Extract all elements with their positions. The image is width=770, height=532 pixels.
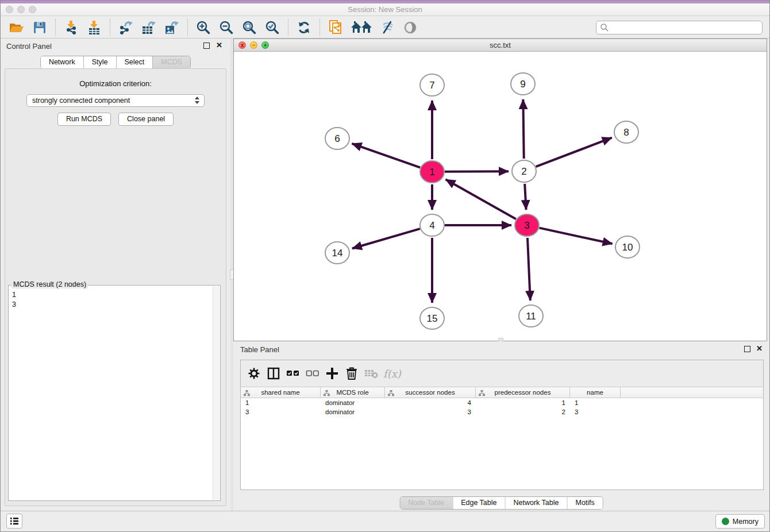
graph-edge-2-8[interactable] bbox=[536, 138, 612, 167]
tab-edge-table[interactable]: Edge Table bbox=[453, 497, 505, 509]
cell-predecessor-nodes[interactable]: 1 bbox=[476, 398, 570, 407]
new-network-from-selection-icon[interactable] bbox=[326, 18, 345, 37]
cell-successor-nodes[interactable]: 3 bbox=[385, 407, 476, 417]
graph-edge-3-10[interactable] bbox=[539, 228, 612, 244]
cell-name[interactable]: 1 bbox=[570, 398, 621, 407]
window-minimize-icon[interactable] bbox=[17, 6, 25, 13]
cell-name[interactable]: 3 bbox=[570, 407, 621, 417]
export-table-icon[interactable] bbox=[139, 18, 159, 37]
graph-edge-1-6[interactable] bbox=[352, 144, 420, 168]
chevron-up-down-icon bbox=[195, 97, 200, 106]
delete-icon[interactable] bbox=[343, 365, 360, 382]
optimization-criterion-dropdown[interactable]: strongly connected component bbox=[26, 94, 205, 107]
graph-edge-3-1[interactable] bbox=[446, 179, 516, 219]
show-all-icon[interactable] bbox=[401, 18, 420, 37]
columns-icon[interactable] bbox=[265, 365, 282, 382]
import-table-icon[interactable] bbox=[84, 18, 104, 37]
window-title: Session: New Session bbox=[1, 3, 769, 16]
graph-node-8[interactable]: 8 bbox=[614, 121, 638, 143]
graph-node-2[interactable]: 2 bbox=[512, 160, 536, 182]
tab-network-table[interactable]: Network Table bbox=[506, 497, 568, 509]
export-image-icon[interactable] bbox=[162, 18, 182, 37]
cell-MCDS-role[interactable]: dominator bbox=[321, 407, 385, 417]
close-panel-button[interactable]: Close panel bbox=[118, 113, 174, 126]
hide-selected-icon[interactable] bbox=[378, 18, 397, 37]
column-header-successor-nodes[interactable]: successor nodes bbox=[385, 387, 476, 398]
network-window-titlebar[interactable]: x − + scc.txt bbox=[234, 39, 767, 52]
delete-table-icon[interactable] bbox=[363, 365, 380, 382]
select-all-columns-icon[interactable] bbox=[284, 365, 302, 382]
first-neighbors-icon[interactable] bbox=[349, 18, 374, 37]
zoom-out-icon[interactable] bbox=[217, 18, 236, 37]
add-icon[interactable] bbox=[324, 365, 341, 382]
function-builder-icon[interactable]: f(x) bbox=[383, 368, 401, 380]
refresh-icon[interactable] bbox=[294, 18, 314, 37]
mcds-result-text[interactable]: 1 3 bbox=[12, 290, 211, 498]
save-session-icon[interactable] bbox=[30, 18, 49, 37]
tab-motifs[interactable]: Motifs bbox=[567, 497, 602, 509]
svg-text:1: 1 bbox=[429, 167, 434, 178]
graph-node-4[interactable]: 4 bbox=[420, 214, 444, 236]
network-canvas[interactable]: 7968124314101511 bbox=[234, 52, 767, 341]
column-header-predecessor-nodes[interactable]: predecessor nodes bbox=[476, 387, 570, 398]
graph-node-1[interactable]: 1 bbox=[420, 161, 444, 183]
open-file-icon[interactable] bbox=[7, 18, 26, 37]
horizontal-splitter-handle[interactable] bbox=[498, 338, 503, 341]
zoom-in-icon[interactable] bbox=[194, 18, 213, 37]
table-row[interactable]: 3dominator323 bbox=[241, 407, 763, 417]
graph-node-3[interactable]: 3 bbox=[515, 214, 539, 236]
run-mcds-button[interactable]: Run MCDS bbox=[57, 113, 111, 126]
window-close-icon[interactable] bbox=[6, 6, 13, 13]
cell-predecessor-nodes[interactable]: 2 bbox=[476, 407, 570, 417]
column-header-name[interactable]: name bbox=[570, 387, 621, 398]
graph-edge-4-14[interactable] bbox=[352, 229, 420, 248]
cell-shared-name[interactable]: 3 bbox=[241, 407, 321, 417]
graph-node-6[interactable]: 6 bbox=[325, 128, 349, 149]
tab-select[interactable]: Select bbox=[117, 56, 153, 68]
graph-node-7[interactable]: 7 bbox=[420, 74, 444, 96]
memory-button[interactable]: Memory bbox=[715, 514, 765, 529]
tab-style[interactable]: Style bbox=[84, 56, 117, 68]
column-header-MCDS-role[interactable]: MCDS role bbox=[321, 387, 385, 398]
gear-icon[interactable] bbox=[245, 365, 263, 382]
graph-edge-2-9[interactable] bbox=[523, 99, 523, 159]
toolbar-separator bbox=[288, 19, 288, 36]
export-network-icon[interactable] bbox=[116, 18, 136, 37]
graph-edge-3-11[interactable] bbox=[528, 238, 530, 300]
close-table-panel-icon[interactable]: ✕ bbox=[756, 344, 763, 353]
task-history-button[interactable] bbox=[6, 514, 22, 529]
network-minimize-icon[interactable]: − bbox=[250, 41, 257, 49]
tab-mcds[interactable]: MCDS bbox=[153, 56, 190, 68]
table-row[interactable]: 1dominator411 bbox=[241, 398, 763, 407]
network-maximize-icon[interactable]: + bbox=[261, 41, 269, 49]
float-table-panel-icon[interactable] bbox=[744, 346, 750, 352]
graph-node-15[interactable]: 15 bbox=[420, 307, 444, 329]
search-field[interactable] bbox=[596, 21, 763, 34]
window-zoom-icon[interactable] bbox=[29, 6, 36, 13]
cell-shared-name[interactable]: 1 bbox=[241, 398, 321, 407]
graph-node-14[interactable]: 14 bbox=[325, 242, 349, 264]
graph-node-11[interactable]: 11 bbox=[519, 305, 543, 327]
tab-node-table[interactable]: Node Table bbox=[400, 497, 453, 509]
result-scrollbar[interactable] bbox=[213, 286, 220, 500]
svg-text:14: 14 bbox=[332, 248, 343, 259]
graph-node-10[interactable]: 10 bbox=[615, 236, 640, 258]
zoom-selected-icon[interactable] bbox=[263, 18, 282, 37]
memory-label: Memory bbox=[733, 518, 759, 526]
import-network-icon[interactable] bbox=[61, 18, 81, 37]
tab-network[interactable]: Network bbox=[41, 56, 84, 68]
close-panel-icon[interactable]: ✕ bbox=[216, 41, 222, 49]
table-panel-title: Table Panel bbox=[240, 345, 279, 354]
cell-successor-nodes[interactable]: 4 bbox=[385, 398, 476, 407]
cell-MCDS-role[interactable]: dominator bbox=[321, 398, 385, 407]
graph-node-9[interactable]: 9 bbox=[511, 73, 535, 95]
zoom-fit-icon[interactable] bbox=[240, 18, 259, 37]
unselect-all-columns-icon[interactable] bbox=[304, 365, 321, 382]
float-panel-icon[interactable] bbox=[203, 43, 210, 49]
graph-edge-1-2[interactable] bbox=[445, 171, 509, 172]
memory-status-icon bbox=[722, 518, 729, 525]
graph-edge-2-3[interactable] bbox=[525, 184, 526, 210]
column-header-shared-name[interactable]: shared name bbox=[241, 387, 321, 398]
search-input[interactable] bbox=[609, 22, 762, 33]
network-close-icon[interactable]: x bbox=[238, 41, 246, 49]
